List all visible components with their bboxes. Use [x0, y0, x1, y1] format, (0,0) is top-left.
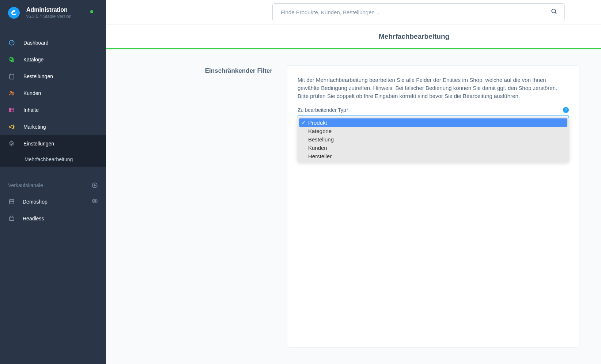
type-select: ✓ Produkt Kategorie Bestellung Kunden He… [298, 115, 569, 132]
search-input[interactable] [272, 3, 565, 21]
nav-label: Kunden [23, 90, 41, 96]
nav-label: Bestellungen [23, 73, 53, 79]
dropdown-panel: ✓ Produkt Kategorie Bestellung Kunden He… [298, 117, 569, 162]
page-title: Mehrfachbearbeitung [379, 33, 586, 41]
nav-item-orders[interactable]: Bestellungen [0, 68, 106, 85]
nav-item-content[interactable]: Inhalte [0, 102, 106, 118]
app-version: v6.3.5.4 Stable Version [26, 14, 98, 19]
nav-item-marketing[interactable]: Marketing [0, 118, 106, 135]
nav-item-dashboard[interactable]: Dashboard [0, 34, 106, 51]
sidebar: Administration v6.3.5.4 Stable Version D… [0, 0, 106, 364]
channel-label: Demoshop [23, 199, 48, 205]
svg-point-8 [94, 200, 96, 202]
type-field-label: Zu bearbeitender Typ* [298, 107, 349, 113]
channel-label: Headless [23, 216, 44, 221]
content-area: Einschränkender Filter Mit der Mehrfachb… [106, 49, 601, 364]
required-asterisk: * [347, 107, 349, 113]
logo-icon [8, 7, 20, 19]
headless-icon [8, 215, 15, 222]
topbar [106, 0, 601, 24]
dropdown-option-hersteller[interactable]: Hersteller [299, 152, 567, 160]
nav-subitem-bulkedit[interactable]: Mehrfachbearbeitung [0, 152, 106, 167]
dropdown-option-kunden[interactable]: Kunden [299, 144, 567, 152]
svg-point-6 [11, 143, 13, 145]
check-icon: ✓ [302, 120, 306, 125]
nav-label: Einstellungen [23, 141, 54, 147]
nav-label: Dashboard [23, 40, 49, 46]
svg-rect-9 [10, 217, 14, 220]
settings-icon [8, 140, 15, 147]
svg-point-3 [10, 92, 12, 94]
svg-point-10 [552, 9, 556, 13]
progress-indicator [106, 48, 601, 49]
filter-label-column: Einschränkender Filter [121, 65, 272, 348]
nav-main: Dashboard Kataloge Bestellungen Kunden I… [0, 34, 106, 167]
description-text: Mit der Mehrfachbearbeitung bearbeiten S… [298, 76, 569, 100]
nav-item-catalog[interactable]: Kataloge [0, 51, 106, 68]
filter-card: Mit der Mehrfachbearbeitung bearbeiten S… [287, 65, 579, 348]
nav-item-settings[interactable]: Einstellungen [0, 135, 106, 152]
page-header: Mehrfachbearbeitung [106, 24, 601, 49]
marketing-icon [8, 123, 15, 130]
dashboard-icon [8, 39, 15, 46]
catalog-icon [8, 56, 15, 63]
content-icon [8, 106, 15, 114]
add-channel-icon[interactable] [91, 182, 98, 189]
channel-item-headless[interactable]: Headless [0, 210, 106, 227]
orders-icon [8, 73, 15, 80]
dropdown-option-produkt[interactable]: ✓ Produkt [299, 118, 567, 127]
dropdown-option-bestellung[interactable]: Bestellung [299, 135, 567, 144]
main-content: Mehrfachbearbeitung Einschränkender Filt… [106, 0, 601, 364]
nav-label: Marketing [23, 124, 46, 130]
svg-point-4 [12, 92, 14, 94]
nav-sub-label: Mehrfachbearbeitung [24, 156, 73, 162]
search-icon[interactable] [551, 8, 557, 16]
nav-label: Inhalte [23, 107, 39, 113]
sales-channels-title: Verkaufskanäle [8, 182, 43, 188]
sidebar-header: Administration v6.3.5.4 Stable Version [0, 0, 106, 26]
preview-icon[interactable] [91, 198, 98, 205]
nav-item-customers[interactable]: Kunden [0, 85, 106, 102]
svg-rect-5 [10, 108, 14, 112]
help-icon[interactable]: ? [563, 107, 569, 113]
customers-icon [8, 90, 15, 97]
dropdown-option-kategorie[interactable]: Kategorie [299, 127, 567, 135]
sales-channels-header: Verkaufskanäle [0, 178, 106, 193]
app-title: Administration [26, 7, 98, 13]
nav-label: Kataloge [23, 57, 44, 62]
search-wrapper [272, 3, 565, 21]
filter-section-title: Einschränkender Filter [121, 65, 272, 75]
storefront-icon [8, 198, 15, 205]
channel-item-demoshop[interactable]: Demoshop [0, 193, 106, 210]
field-label-row: Zu bearbeitender Typ* ? [298, 107, 569, 113]
status-indicator [90, 10, 93, 13]
